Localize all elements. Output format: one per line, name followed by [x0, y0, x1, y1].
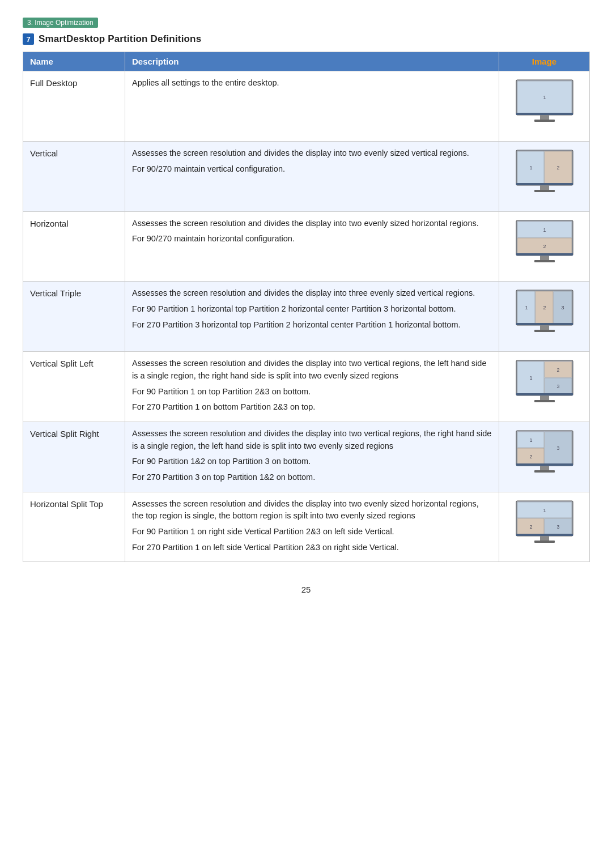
table-row: Vertical TripleAssesses the screen resol…: [23, 282, 590, 352]
table-row: HorizontalAssesses the screen resolution…: [23, 211, 590, 282]
description-paragraph: For 270 Partition 1 on bottom Partition …: [132, 401, 492, 414]
svg-text:2: 2: [556, 367, 559, 373]
svg-rect-22: [540, 256, 549, 260]
svg-rect-6: [516, 113, 573, 115]
svg-text:1: 1: [543, 507, 546, 513]
table-row: VerticalAssesses the screen resolution a…: [23, 141, 590, 211]
monitor-diagram: 123: [513, 287, 576, 342]
svg-text:1: 1: [525, 305, 528, 310]
svg-text:3: 3: [556, 524, 559, 529]
description-paragraph: For 270 Partition 1 on left side Vertica…: [132, 542, 492, 554]
description-paragraph: Applies all settings to the entire deskt…: [132, 77, 492, 90]
table-row: Vertical Split RightAssesses the screen …: [23, 422, 590, 492]
svg-rect-13: [540, 185, 549, 190]
svg-rect-24: [516, 253, 573, 256]
description-paragraph: Assesses the screen resolution and divid…: [132, 147, 492, 160]
monitor-diagram: 123: [513, 358, 576, 412]
description-paragraph: For 270 Partition 3 on top Partition 1&2…: [132, 471, 492, 484]
svg-rect-57: [516, 463, 573, 466]
description-paragraph: For 90/270 maintain horizontal configura…: [132, 233, 492, 245]
image-cell: 123: [499, 422, 590, 492]
description-cell: Assesses the screen resolution and divid…: [125, 211, 499, 282]
svg-rect-35: [516, 323, 573, 325]
description-cell: Assesses the screen resolution and divid…: [125, 141, 499, 211]
svg-text:1: 1: [529, 165, 532, 171]
description-cell: Assesses the screen resolution and divid…: [125, 352, 499, 422]
svg-rect-56: [534, 470, 555, 473]
description-paragraph: Assesses the screen resolution and divid…: [132, 287, 492, 300]
col-header-name: Name: [23, 52, 125, 71]
col-header-image: Image: [499, 52, 590, 71]
svg-text:1: 1: [529, 375, 532, 381]
image-cell: 12: [499, 211, 590, 282]
svg-rect-45: [534, 400, 555, 402]
svg-rect-68: [516, 534, 573, 536]
description-paragraph: Assesses the screen resolution and divid…: [132, 498, 492, 523]
description-paragraph: For 270 Partition 3 horizontal top Parti…: [132, 319, 492, 331]
section-heading: 7 SmartDesktop Partition Definitions: [23, 33, 589, 45]
svg-text:1: 1: [543, 227, 546, 232]
section-number: 7: [23, 33, 34, 45]
table-row: Full DesktopApplies all settings to the …: [23, 71, 590, 142]
svg-text:2: 2: [556, 165, 559, 171]
name-cell: Vertical: [23, 141, 125, 211]
svg-text:2: 2: [529, 524, 532, 529]
description-paragraph: For 90 Partition 1 horizontal top Partit…: [132, 303, 492, 316]
svg-rect-15: [516, 183, 573, 185]
svg-rect-34: [534, 330, 555, 332]
description-cell: Applies all settings to the entire deskt…: [125, 71, 499, 142]
svg-text:3: 3: [561, 305, 564, 310]
image-cell: 1: [499, 71, 590, 142]
name-cell: Vertical Split Right: [23, 422, 125, 492]
svg-rect-4: [540, 115, 549, 120]
svg-rect-5: [534, 120, 555, 122]
description-cell: Assesses the screen resolution and divid…: [125, 492, 499, 562]
svg-text:1: 1: [529, 437, 532, 442]
col-header-description: Description: [125, 52, 499, 71]
description-paragraph: Assesses the screen resolution and divid…: [132, 218, 492, 230]
description-paragraph: Assesses the screen resolution and divid…: [132, 358, 492, 382]
description-paragraph: Assesses the screen resolution and divid…: [132, 428, 492, 453]
description-cell: Assesses the screen resolution and divid…: [125, 422, 499, 492]
description-cell: Assesses the screen resolution and divid…: [125, 282, 499, 352]
svg-text:2: 2: [543, 243, 546, 249]
image-cell: 12: [499, 141, 590, 211]
image-cell: 123: [499, 492, 590, 562]
image-cell: 123: [499, 282, 590, 352]
svg-rect-14: [534, 190, 555, 192]
svg-rect-66: [540, 536, 549, 541]
description-paragraph: For 90 Partition 1 on top Partition 2&3 …: [132, 386, 492, 398]
table-row: Horizontal Split TopAssesses the screen …: [23, 492, 590, 562]
svg-rect-46: [516, 393, 573, 395]
name-cell: Vertical Triple: [23, 282, 125, 352]
description-paragraph: For 90/270 maintain vertical configurati…: [132, 163, 492, 176]
svg-text:1: 1: [543, 95, 546, 100]
breadcrumb: 3. Image Optimization: [23, 18, 98, 28]
svg-rect-55: [540, 466, 549, 470]
monitor-diagram: 12: [513, 218, 576, 272]
page-number: 25: [23, 585, 589, 594]
name-cell: Full Desktop: [23, 71, 125, 142]
svg-rect-23: [534, 260, 555, 262]
svg-text:3: 3: [556, 445, 559, 451]
table-header-row: Name Description Image: [23, 52, 590, 71]
svg-text:2: 2: [529, 453, 532, 459]
partition-table: Name Description Image Full DesktopAppli…: [23, 52, 590, 562]
monitor-diagram: 123: [513, 428, 576, 482]
image-cell: 123: [499, 352, 590, 422]
svg-rect-44: [540, 395, 549, 400]
svg-rect-33: [540, 325, 549, 330]
section-title: SmartDesktop Partition Definitions: [39, 33, 201, 45]
description-paragraph: For 90 Partition 1 on right side Vertica…: [132, 526, 492, 538]
monitor-diagram: 12: [513, 147, 576, 202]
name-cell: Horizontal Split Top: [23, 492, 125, 562]
name-cell: Horizontal: [23, 211, 125, 282]
description-paragraph: For 90 Partition 1&2 on top Partition 3 …: [132, 456, 492, 468]
svg-text:3: 3: [556, 384, 559, 389]
table-row: Vertical Split LeftAssesses the screen r…: [23, 352, 590, 422]
svg-rect-67: [534, 541, 555, 543]
svg-text:2: 2: [543, 305, 546, 310]
monitor-diagram: 123: [513, 498, 576, 552]
name-cell: Vertical Split Left: [23, 352, 125, 422]
monitor-diagram: 1: [513, 77, 576, 131]
